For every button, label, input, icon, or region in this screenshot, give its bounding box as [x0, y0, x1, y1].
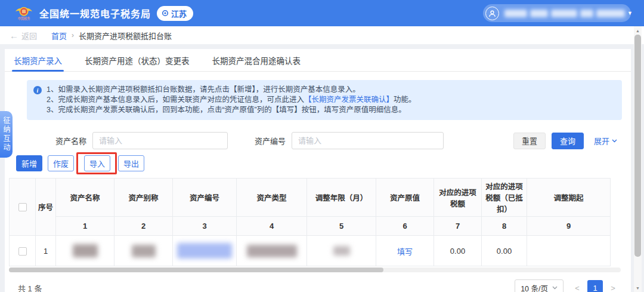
fill-link[interactable]: 填写: [397, 247, 413, 256]
back-arrow-icon[interactable]: ←: [10, 30, 18, 41]
location-pin-icon: [162, 10, 169, 17]
select-all-cell: [10, 179, 36, 236]
row-seq: 1: [36, 236, 56, 266]
row-select-cell: [10, 236, 36, 266]
table-row: 1 填写 0.00 0.00: [10, 236, 611, 266]
user-name-redacted: [504, 10, 625, 17]
col-index-8: 8: [482, 217, 527, 236]
table-footer: 共 1 条 10 条/页 < 1 >: [18, 279, 617, 292]
asset-name-label: 资产名称: [55, 135, 86, 146]
breadcrumb-separator: ›: [72, 31, 74, 39]
col-asset-value: 资产原值: [376, 179, 434, 217]
row-input-tax-deducted: 0.00: [482, 236, 527, 266]
import-button[interactable]: 导入: [84, 155, 110, 171]
row-adjust-start: [527, 236, 611, 266]
asset-code-input[interactable]: [292, 132, 444, 149]
col-input-tax-deducted: 对应的进项税额（已抵扣）: [482, 179, 527, 217]
notice-line-1: 1、如需录入长期资产进项税额抵扣台账数据，请先点击【新增】，进行长期资产基本信息…: [47, 85, 612, 95]
export-button[interactable]: 导出: [118, 155, 144, 171]
void-button[interactable]: 作废: [48, 155, 74, 171]
asset-name-input[interactable]: [92, 132, 228, 149]
col-index-6: 6: [376, 217, 434, 236]
region-badge[interactable]: 江苏: [157, 6, 193, 21]
reset-button[interactable]: 重置: [513, 133, 546, 149]
col-index-3: 3: [173, 217, 237, 236]
asset-table: 序号 资产名称 资产别称 资产编号 资产类型 调整年限（月） 资产原值 对应的进…: [9, 178, 611, 266]
expand-toggle[interactable]: 展开: [594, 135, 617, 146]
window-vertical-scrollbar[interactable]: ▲ ▼: [634, 26, 642, 292]
breadcrumb-current: 长期资产进项税额抵扣台账: [79, 30, 172, 41]
row-adjust-years-redacted: [307, 236, 376, 266]
interaction-side-tab-label: 征纳互动: [1, 116, 11, 152]
tab-usage-change[interactable]: 长期资产用途（状态）变更表: [85, 49, 190, 71]
col-asset-name: 资产名称: [56, 179, 114, 217]
chevron-down-icon: [552, 286, 558, 290]
app-title: 全国统一规范电子税务局: [39, 6, 151, 20]
back-button[interactable]: 返回: [21, 30, 37, 41]
interaction-side-tab[interactable]: 征纳互动: [0, 111, 13, 158]
table-horizontal-scrollbar[interactable]: [9, 268, 621, 272]
invoice-confirm-link[interactable]: 【长期资产发票关联确认】: [304, 96, 394, 104]
scroll-down-icon[interactable]: ▼: [634, 284, 642, 292]
caret-down-icon: ▼: [627, 10, 633, 16]
pagination: 10 条/页 < 1 >: [515, 279, 617, 292]
col-index-1: 1: [56, 217, 114, 236]
main-panel: 长期资产录入 长期资产用途（状态）变更表 长期资产混合用途确认表 i 1、如需录…: [5, 49, 631, 292]
col-adjust-years: 调整年限（月）: [307, 179, 376, 217]
col-adjust-start: 调整期起: [527, 179, 611, 217]
asset-code-label: 资产编号: [255, 135, 286, 146]
notice-box: i 1、如需录入长期资产进项税额抵扣台账数据，请先点击【新增】，进行长期资产基本…: [27, 80, 622, 120]
query-button[interactable]: 查询: [552, 133, 584, 149]
row-asset-name-redacted: [56, 236, 114, 266]
row-checkbox[interactable]: [18, 247, 27, 256]
chevron-down-icon: [612, 139, 617, 143]
breadcrumb: ← 返回 首页 › 长期资产进项税额抵扣台账: [0, 26, 644, 44]
notice-line-3: 3、完成长期资产发票关联确认后，回到本功能，点击“资产原值”列的【填写】按钮，填…: [47, 105, 612, 115]
col-input-tax: 对应的进项税额: [434, 179, 482, 217]
current-page-button[interactable]: 1: [587, 280, 603, 292]
scroll-up-icon[interactable]: ▲: [634, 26, 642, 35]
svg-text:中国税务: 中国税务: [18, 16, 30, 21]
tab-mixed-usage-confirm[interactable]: 长期资产混合用途确认表: [212, 49, 301, 71]
vertical-scrollbar-thumb[interactable]: [634, 35, 641, 257]
col-index-4: 4: [237, 217, 307, 236]
search-form: 资产名称 资产编号 重置 查询 展开: [5, 132, 631, 149]
tax-bureau-logo-icon: 中国税务: [14, 4, 33, 23]
horizontal-scrollbar-thumb[interactable]: [9, 268, 383, 272]
col-asset-type: 资产类型: [237, 179, 307, 217]
info-icon: i: [33, 86, 42, 94]
top-bar: 中国税务 全国统一规范电子税务局 江苏 ▼: [0, 0, 644, 26]
region-label: 江苏: [171, 8, 187, 19]
tab-bar: 长期资产录入 长期资产用途（状态）变更表 长期资产混合用途确认表: [5, 49, 631, 72]
row-input-tax: 0.00: [434, 236, 482, 266]
select-all-checkbox[interactable]: [18, 203, 27, 211]
tab-asset-entry[interactable]: 长期资产录入: [14, 49, 62, 71]
page-size-select[interactable]: 10 条/页: [515, 279, 564, 292]
breadcrumb-home[interactable]: 首页: [51, 30, 67, 41]
row-asset-value-cell: 填写: [376, 236, 434, 266]
total-count: 共 1 条: [18, 282, 42, 292]
next-page-button[interactable]: >: [609, 284, 617, 292]
action-toolbar: 新增 作废 导入 导出: [5, 154, 631, 173]
add-button[interactable]: 新增: [16, 155, 42, 171]
col-seq: 序号: [36, 179, 56, 236]
row-asset-alias-redacted: [114, 236, 173, 266]
user-menu[interactable]: ▼: [483, 4, 631, 22]
col-index-2: 2: [114, 217, 173, 236]
col-index-7: 7: [434, 217, 482, 236]
row-asset-type-redacted: [237, 236, 307, 266]
user-avatar-icon: [485, 7, 499, 20]
row-asset-code-redacted: [173, 236, 237, 266]
notice-line-2: 2、完成长期资产基本信息录入后，如需关联资产对应的凭证信息，可点此进入【长期资产…: [47, 95, 612, 105]
prev-page-button[interactable]: <: [573, 284, 581, 292]
col-asset-code: 资产编号: [173, 179, 237, 217]
col-index-5: 5: [307, 217, 376, 236]
col-asset-alias: 资产别称: [114, 179, 173, 217]
col-index-9: 9: [527, 217, 611, 236]
